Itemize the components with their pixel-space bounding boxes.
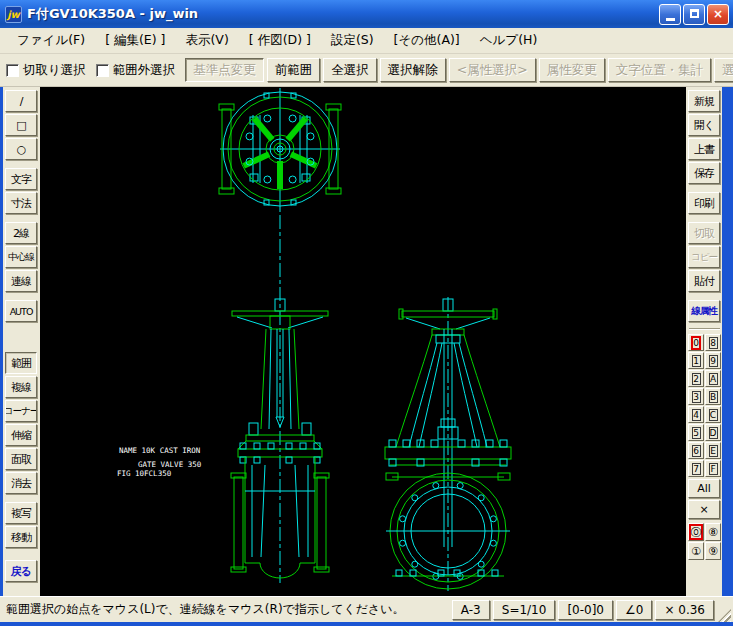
drawing-label-fig: FIG 10FCL350: [117, 469, 172, 478]
paper-size-button[interactable]: A-3: [452, 600, 490, 620]
previous-range-button[interactable]: 前範囲: [267, 58, 321, 82]
tool-copy-button[interactable]: 複写: [5, 502, 37, 524]
group-0-button[interactable]: ⓪: [688, 523, 704, 541]
menu-file[interactable]: ファイル(F): [8, 29, 94, 52]
status-bar: 範囲選択の始点をマウス(L)で、連続線をマウス(R)で指示してください。 A-3…: [0, 596, 733, 622]
layer-none-button[interactable]: ×: [688, 500, 720, 519]
layer-B-button[interactable]: B: [705, 388, 721, 405]
print-button[interactable]: 印刷: [688, 192, 720, 214]
menu-draw[interactable]: [ 作図(D) ]: [240, 29, 320, 52]
tool-stretch-button[interactable]: 伸縮: [5, 424, 37, 446]
right-tool-column: 新規 開く 上書 保存 印刷 切取 コピー 貼付 線属性 0 8 1 9 2 A…: [686, 87, 722, 596]
side-view: [385, 297, 511, 591]
layer-8-button[interactable]: 8: [705, 334, 721, 351]
layer-E-button[interactable]: E: [705, 442, 721, 459]
attribute-select-button: <属性選択>: [449, 58, 536, 82]
layer-7-button[interactable]: 7: [688, 460, 704, 477]
tool-auto-button[interactable]: AUTO: [5, 300, 37, 322]
tool-move-button[interactable]: 移動: [5, 526, 37, 548]
resize-grip[interactable]: [718, 609, 731, 622]
menu-other[interactable]: [その他(A)]: [385, 29, 469, 52]
drawing-label-name: NAME 10K CAST IRON: [119, 446, 200, 455]
layer-4-button[interactable]: 4: [688, 406, 704, 423]
checkbox-outside-select[interactable]: 範囲外選択: [96, 62, 176, 79]
maximize-button[interactable]: [683, 4, 705, 25]
divider: [689, 328, 720, 330]
select-clipped-button: 選択: [714, 58, 733, 82]
tool-rect-button[interactable]: □: [5, 114, 37, 136]
layer-C-button[interactable]: C: [705, 406, 721, 423]
layer-state-button[interactable]: [0-0]0: [558, 600, 613, 620]
window-title: F付GV10K350A - jw_win: [27, 5, 657, 23]
tool-line-button[interactable]: /: [5, 90, 37, 112]
tool-double-line-button[interactable]: 2線: [5, 222, 37, 244]
layer-0-button[interactable]: 0: [688, 334, 704, 351]
paste-button[interactable]: 貼付: [688, 270, 720, 292]
layer-5-button[interactable]: 5: [688, 424, 704, 441]
tool-centerline-button[interactable]: 中心線: [5, 246, 37, 268]
close-button[interactable]: ×: [707, 4, 729, 25]
tool-range-button[interactable]: 範囲: [5, 352, 37, 374]
layer-9-button[interactable]: 9: [705, 352, 721, 369]
layer-D-button[interactable]: D: [705, 424, 721, 441]
main-area: / □ ○ 文字 寸法 2線 中心線 連線 AUTO 範囲 複線 コーナー 伸縮…: [0, 87, 733, 596]
tool-polyline-button[interactable]: 連線: [5, 270, 37, 292]
zoom-button[interactable]: × 0.36: [655, 600, 714, 620]
tool-back-button[interactable]: 戻る: [5, 560, 37, 582]
layer-F-button[interactable]: F: [705, 460, 721, 477]
group-1-button[interactable]: ①: [688, 542, 704, 560]
layer-group-grid: ⓪ ⑧ ① ⑨: [688, 523, 721, 560]
layer-all-button[interactable]: All: [688, 479, 720, 498]
tool-erase-button[interactable]: 消去: [5, 472, 37, 494]
drawing-canvas[interactable]: NAME 10K CAST IRON GATE VALVE 350 FIG 10…: [40, 87, 686, 596]
title-bar: jw F付GV10K350A - jw_win ×: [0, 0, 733, 28]
line-attribute-button[interactable]: 線属性: [688, 300, 720, 322]
left-tool-column: / □ ○ 文字 寸法 2線 中心線 連線 AUTO 範囲 複線 コーナー 伸縮…: [3, 87, 40, 596]
tool-text-button[interactable]: 文字: [5, 168, 37, 190]
layer-1-button[interactable]: 1: [688, 352, 704, 369]
checkbox-label: 範囲外選択: [113, 62, 176, 79]
selection-toolbar: 切取り選択 範囲外選択 基準点変更 前範囲 全選択 選択解除 <属性選択> 属性…: [0, 54, 733, 87]
plan-view: [219, 88, 341, 212]
checkbox-box[interactable]: [96, 64, 109, 77]
checkbox-box[interactable]: [6, 64, 19, 77]
tool-circle-button[interactable]: ○: [5, 138, 37, 160]
menu-view[interactable]: 表示(V): [176, 29, 237, 52]
save-as-button[interactable]: 保存: [688, 162, 720, 184]
app-window: jw F付GV10K350A - jw_win × ファイル(F) [ 編集(E…: [0, 0, 733, 626]
menu-settings[interactable]: 設定(S): [322, 29, 383, 52]
layer-A-button[interactable]: A: [705, 370, 721, 387]
minimize-button[interactable]: [659, 4, 681, 25]
select-all-button[interactable]: 全選択: [323, 58, 377, 82]
checkbox-clip-select[interactable]: 切取り選択: [6, 62, 86, 79]
tool-dimension-button[interactable]: 寸法: [5, 192, 37, 214]
group-9-button[interactable]: ⑨: [705, 542, 721, 560]
window-right-border: [722, 87, 733, 596]
status-message: 範囲選択の始点をマウス(L)で、連続線をマウス(R)で指示してください。: [6, 601, 449, 618]
layer-grid: 0 8 1 9 2 A 3 B 4 C 5 D 6 E 7 F: [688, 334, 721, 477]
menu-edit[interactable]: [ 編集(E) ]: [96, 29, 174, 52]
layer-2-button[interactable]: 2: [688, 370, 704, 387]
text-position-tally-button: 文字位置・集計: [608, 58, 712, 82]
menu-help[interactable]: ヘルプ(H): [471, 29, 547, 52]
tool-chamfer-button[interactable]: 面取: [5, 448, 37, 470]
layer-6-button[interactable]: 6: [688, 442, 704, 459]
tool-corner-button[interactable]: コーナー: [5, 400, 37, 422]
group-8-button[interactable]: ⑧: [705, 523, 721, 541]
layer-3-button[interactable]: 3: [688, 388, 704, 405]
cut-button: 切取: [688, 222, 720, 244]
new-file-button[interactable]: 新規: [688, 90, 720, 112]
angle-button[interactable]: ∠0: [616, 600, 652, 620]
gate-valve-drawing: NAME 10K CAST IRON GATE VALVE 350 FIG 10…: [40, 87, 686, 595]
overwrite-save-button[interactable]: 上書: [688, 138, 720, 160]
menu-bar: ファイル(F) [ 編集(E) ] 表示(V) [ 作図(D) ] 設定(S) …: [0, 28, 733, 54]
scale-button[interactable]: S=1/10: [493, 600, 556, 620]
drawing-label-valve: GATE VALVE 350: [138, 460, 202, 469]
checkbox-label: 切取り選択: [23, 62, 86, 79]
deselect-button[interactable]: 選択解除: [380, 58, 446, 82]
copy-button: コピー: [688, 246, 720, 268]
open-file-button[interactable]: 開く: [688, 114, 720, 136]
app-icon: jw: [5, 6, 22, 23]
tool-offset-button[interactable]: 複線: [5, 376, 37, 398]
window-bottom-border: [0, 622, 733, 626]
